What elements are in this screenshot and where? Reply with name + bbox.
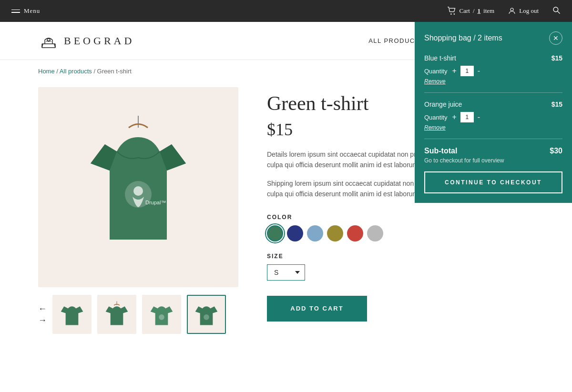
- cart-item-unit: item: [483, 7, 494, 15]
- thumb-tshirt-icon-2: [105, 300, 129, 329]
- bag-item-1-qty-row: Quantity + 1 -: [424, 66, 562, 76]
- cart-button[interactable]: Cart / 1 item: [447, 7, 495, 15]
- breadcrumb-current: Green t-shirt: [97, 68, 132, 75]
- color-swatch-olive[interactable]: [327, 225, 343, 241]
- color-swatch-green[interactable]: [267, 225, 283, 241]
- svg-rect-5: [42, 44, 55, 48]
- size-section: SIZE XS S M L XL: [267, 253, 534, 281]
- top-navigation: Menu Cart / 1 item Log out: [0, 0, 572, 22]
- color-label: COLOR: [267, 214, 534, 221]
- logout-button[interactable]: Log out: [508, 7, 539, 15]
- svg-point-12: [159, 314, 164, 320]
- search-button[interactable]: [552, 6, 561, 16]
- search-icon: [552, 6, 561, 14]
- thumbnail-3[interactable]: [142, 295, 181, 334]
- bag-item-1-name: Blue t-shirt: [424, 54, 456, 62]
- top-nav-right: Cart / 1 item Log out: [447, 6, 561, 16]
- color-swatches: [267, 225, 534, 241]
- menu-label: Menu: [24, 7, 40, 15]
- thumbnails-row: ← →: [38, 295, 238, 334]
- bag-item-1-qty-label: Quantity: [424, 68, 447, 75]
- bag-header: Shopping bag / 2 items ✕: [424, 31, 562, 45]
- svg-point-1: [453, 13, 454, 14]
- bag-checkout-hint: Go to checkout for full overview: [424, 157, 562, 164]
- logo-icon: [38, 30, 59, 51]
- bag-subtotal-row: Sub-total $30 Go to checkout for full ov…: [424, 147, 562, 164]
- svg-point-0: [450, 13, 451, 14]
- color-section: COLOR: [267, 214, 534, 241]
- bag-item-1-remove[interactable]: Remove: [424, 78, 562, 85]
- bag-item-2-qty-label: Quantity: [424, 114, 447, 121]
- cart-label: Cart: [460, 7, 470, 15]
- cart-count: 1: [478, 7, 481, 15]
- color-swatch-navy[interactable]: [287, 225, 303, 241]
- bag-close-button[interactable]: ✕: [549, 31, 562, 45]
- logo-text: BEOGRAD: [64, 35, 134, 47]
- color-swatch-lightblue[interactable]: [307, 225, 323, 241]
- bag-item-2-top: Orange juice $15: [424, 101, 562, 108]
- bag-item-2-name: Orange juice: [424, 101, 462, 108]
- thumbnail-1[interactable]: [52, 295, 92, 334]
- bag-item-2-qty-plus[interactable]: +: [451, 113, 457, 121]
- bag-subtotal: Sub-total $30: [424, 147, 562, 155]
- svg-point-3: [553, 7, 558, 12]
- thumbnail-4[interactable]: [187, 295, 226, 334]
- next-arrow[interactable]: →: [38, 316, 47, 324]
- logout-icon: [508, 7, 516, 15]
- menu-button[interactable]: Menu: [11, 7, 40, 15]
- checkout-button[interactable]: CONTINUE TO CHECKOUT: [424, 171, 562, 193]
- bag-title: Shopping bag / 2 items: [424, 34, 502, 42]
- add-to-cart-button[interactable]: ADD TO CART: [267, 296, 367, 322]
- bag-item-2-qty-minus[interactable]: -: [477, 113, 481, 121]
- bag-item-2: Orange juice $15 Quantity + 1 - Remove: [424, 101, 562, 139]
- bag-item-2-remove[interactable]: Remove: [424, 124, 562, 131]
- color-swatch-red[interactable]: [347, 225, 363, 241]
- size-label: SIZE: [267, 253, 534, 260]
- shopping-bag-panel: Shopping bag / 2 items ✕ Blue t-shirt $1…: [415, 22, 572, 203]
- thumb-tshirt-icon-4: [194, 300, 218, 329]
- thumb-tshirt-icon-3: [150, 300, 174, 329]
- bag-item-1-top: Blue t-shirt $15: [424, 54, 562, 62]
- thumbnail-2[interactable]: [97, 295, 136, 334]
- bag-item-1: Blue t-shirt $15 Quantity + 1 - Remove: [424, 54, 562, 93]
- bag-item-2-price: $15: [552, 101, 562, 108]
- svg-point-9: [133, 186, 143, 196]
- svg-point-2: [511, 8, 513, 11]
- thumb-tshirt-icon: [60, 300, 84, 329]
- svg-line-4: [558, 11, 560, 14]
- bag-subtotal-amount: $30: [550, 147, 562, 155]
- bag-subtotal-label: Sub-total: [424, 147, 457, 155]
- bag-item-1-qty-minus[interactable]: -: [477, 67, 481, 75]
- svg-point-13: [204, 314, 209, 320]
- bag-item-2-qty-ctrl: + 1 -: [451, 112, 481, 122]
- main-product-image: Drupal™: [38, 87, 238, 287]
- breadcrumb-all-products[interactable]: All products: [60, 68, 92, 75]
- thumb-nav[interactable]: ← →: [38, 304, 47, 324]
- product-image-section: Drupal™ ← →: [38, 87, 238, 334]
- hamburger-icon: [11, 10, 20, 13]
- logo[interactable]: BEOGRAD: [38, 30, 134, 51]
- product-tshirt-svg: Drupal™: [76, 111, 200, 263]
- bag-item-1-qty-value: 1: [460, 66, 474, 76]
- color-swatch-gray[interactable]: [367, 225, 383, 241]
- bag-item-1-qty-ctrl: + 1 -: [451, 66, 481, 76]
- bag-item-1-qty-plus[interactable]: +: [451, 67, 457, 75]
- bag-item-1-price: $15: [552, 54, 562, 62]
- cart-icon: [447, 7, 457, 15]
- breadcrumb-home[interactable]: Home: [38, 68, 55, 75]
- svg-text:Drupal™: Drupal™: [145, 200, 166, 205]
- size-select[interactable]: XS S M L XL: [267, 264, 305, 281]
- prev-arrow[interactable]: ←: [38, 304, 47, 313]
- svg-point-6: [47, 39, 50, 41]
- bag-item-2-qty-value: 1: [460, 112, 474, 122]
- bag-item-2-qty-row: Quantity + 1 -: [424, 112, 562, 122]
- logout-label: Log out: [519, 7, 539, 15]
